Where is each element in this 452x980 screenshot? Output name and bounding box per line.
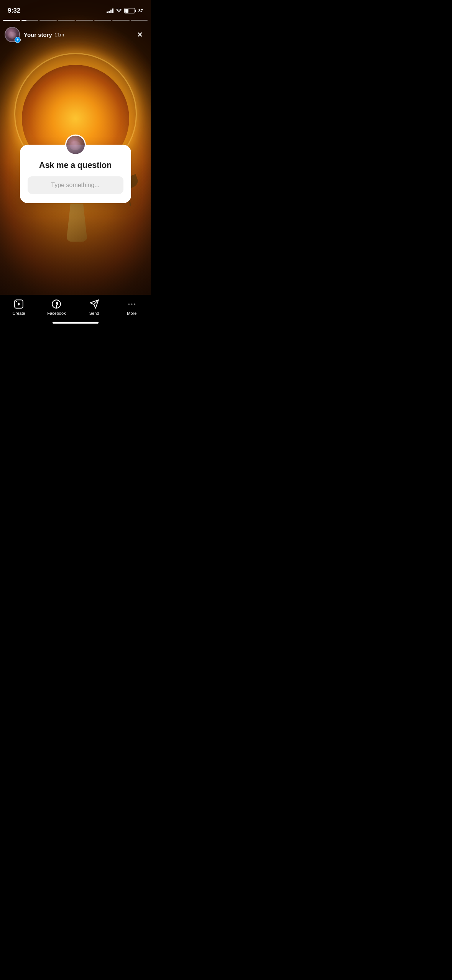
signal-bar-4 <box>112 8 113 13</box>
facebook-label: Facebook <box>47 311 66 316</box>
story-user-info[interactable]: Your story 11m <box>5 27 64 42</box>
story-header: Your story 11m <box>0 24 151 45</box>
status-time: 9:32 <box>8 7 20 15</box>
progress-bar-4 <box>58 20 75 21</box>
svg-point-10 <box>134 303 135 304</box>
nav-item-create[interactable]: Create <box>5 299 32 316</box>
nav-item-send[interactable]: Send <box>81 299 108 316</box>
progress-bar-2 <box>21 20 39 21</box>
svg-point-9 <box>131 303 132 304</box>
battery-level: 37 <box>138 8 143 13</box>
battery-fill <box>125 9 128 13</box>
signal-bar-2 <box>108 11 110 13</box>
home-indicator <box>53 322 99 324</box>
status-icons: 37 <box>107 8 143 14</box>
screen: 9:32 37 <box>0 0 151 327</box>
nav-item-more[interactable]: More <box>118 299 145 316</box>
story-info: Your story 11m <box>24 31 64 38</box>
svg-marker-3 <box>18 303 21 306</box>
signal-bar-1 <box>107 12 108 13</box>
close-icon <box>136 31 144 38</box>
battery-icon <box>124 8 135 13</box>
signal-icon <box>107 8 113 13</box>
facebook-icon <box>51 299 62 309</box>
progress-bar-1 <box>3 20 20 21</box>
progress-bar-6 <box>94 20 112 21</box>
question-placeholder: Type something... <box>51 182 99 188</box>
more-label: More <box>127 311 136 316</box>
progress-bar-8 <box>131 20 148 21</box>
more-icon <box>127 299 137 309</box>
status-bar: 9:32 37 <box>0 0 151 17</box>
progress-bar-3 <box>39 20 57 21</box>
story-username: Your story <box>24 31 52 38</box>
battery-tip <box>135 10 136 12</box>
svg-point-4 <box>16 301 17 302</box>
nav-item-facebook[interactable]: Facebook <box>43 299 70 316</box>
signal-bar-3 <box>110 10 112 13</box>
question-input-box[interactable]: Type something... <box>28 176 123 194</box>
svg-point-8 <box>128 303 130 304</box>
story-progress-bars <box>0 17 151 21</box>
send-icon <box>89 299 100 309</box>
send-label: Send <box>89 311 99 316</box>
wifi-icon <box>116 8 122 14</box>
create-label: Create <box>13 311 25 316</box>
question-card-wrapper: Ask me a question Type something... <box>20 135 131 203</box>
user-avatar-container <box>5 27 20 42</box>
add-story-badge[interactable] <box>15 37 21 43</box>
story-time: 11m <box>54 32 64 38</box>
create-icon <box>13 299 24 309</box>
question-title: Ask me a question <box>28 160 123 170</box>
progress-bar-5 <box>76 20 93 21</box>
close-button[interactable] <box>134 28 146 41</box>
progress-bar-7 <box>112 20 130 21</box>
question-card-avatar <box>65 135 86 155</box>
